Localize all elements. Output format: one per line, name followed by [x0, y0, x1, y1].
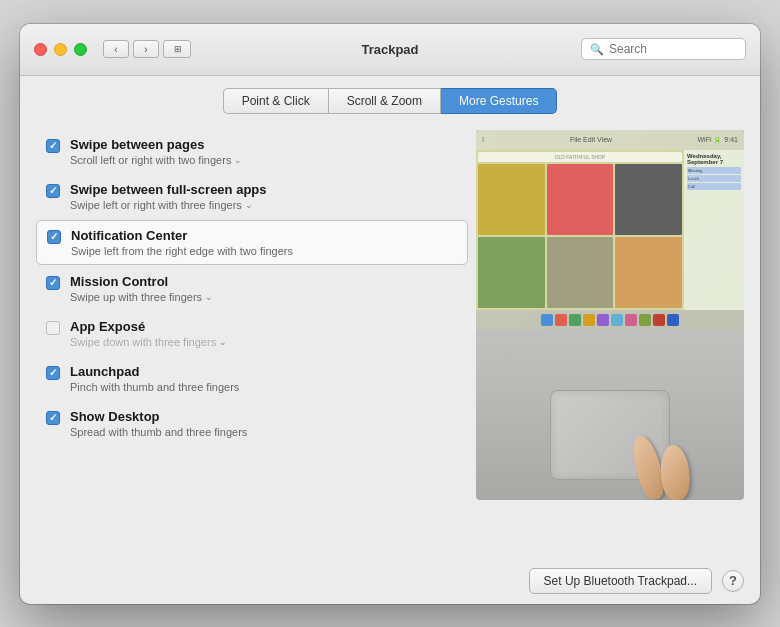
screen-browser: OLD FAITHFUL SHOP — [476, 150, 684, 310]
dock-icon-4 — [583, 314, 595, 326]
chevron-icon: ⌄ — [245, 200, 253, 210]
browser-body — [478, 164, 682, 308]
checkbox-mission-control[interactable] — [46, 276, 60, 290]
setting-title-mission-control: Mission Control — [70, 274, 213, 289]
search-input[interactable] — [609, 42, 737, 56]
product-cell-6 — [615, 237, 682, 308]
setting-title-notification-center: Notification Center — [71, 228, 293, 243]
window-title: Trackpad — [361, 42, 418, 57]
setting-subtitle-app-expose: Swipe down with three fingers ⌄ — [70, 336, 227, 348]
setting-swipe-fullscreen[interactable]: Swipe between full-screen apps Swipe lef… — [36, 175, 468, 218]
checkmark-icon — [49, 367, 57, 378]
setting-text-show-desktop: Show Desktop Spread with thumb and three… — [70, 409, 247, 438]
setting-notification-center[interactable]: Notification Center Swipe left from the … — [36, 220, 468, 265]
product-cell-1 — [478, 164, 545, 235]
tab-more-gestures[interactable]: More Gestures — [441, 88, 557, 114]
checkmark-icon — [50, 231, 58, 242]
setting-app-expose[interactable]: App Exposé Swipe down with three fingers… — [36, 312, 468, 355]
finger-middle — [659, 443, 692, 499]
setting-text-swipe-fullscreen: Swipe between full-screen apps Swipe lef… — [70, 182, 267, 211]
setting-text-mission-control: Mission Control Swipe up with three fing… — [70, 274, 213, 303]
setting-text-notification-center: Notification Center Swipe left from the … — [71, 228, 293, 257]
nav-buttons: ‹ › — [103, 40, 159, 58]
bottom-bar: Set Up Bluetooth Trackpad... ? — [20, 558, 760, 604]
preview-screen:  File Edit View WiFi 🔋 9:41 OLD FAITHFU… — [476, 130, 744, 330]
setting-mission-control[interactable]: Mission Control Swipe up with three fing… — [36, 267, 468, 310]
checkbox-show-desktop[interactable] — [46, 411, 60, 425]
screen-top-bar:  File Edit View WiFi 🔋 9:41 — [476, 130, 744, 150]
sidebar-date: Wednesday, September 7 — [687, 153, 741, 165]
traffic-lights — [34, 43, 87, 56]
grid-button[interactable]: ⊞ — [163, 40, 191, 58]
product-cell-2 — [547, 164, 614, 235]
tabs-bar: Point & Click Scroll & Zoom More Gesture… — [20, 76, 760, 122]
product-grid — [478, 164, 682, 308]
dock-icon-10 — [667, 314, 679, 326]
chevron-icon: ⌄ — [219, 337, 227, 347]
setting-title-swipe-fullscreen: Swipe between full-screen apps — [70, 182, 267, 197]
dock-icon-1 — [541, 314, 553, 326]
settings-list: Swipe between pages Scroll left or right… — [36, 130, 476, 542]
checkbox-launchpad[interactable] — [46, 366, 60, 380]
tab-scroll-zoom[interactable]: Scroll & Zoom — [328, 88, 441, 114]
checkmark-icon — [49, 277, 57, 288]
chevron-icon: ⌄ — [234, 155, 242, 165]
setting-title-show-desktop: Show Desktop — [70, 409, 247, 424]
setting-swipe-pages[interactable]: Swipe between pages Scroll left or right… — [36, 130, 468, 173]
tab-point-click[interactable]: Point & Click — [223, 88, 328, 114]
bluetooth-button[interactable]: Set Up Bluetooth Trackpad... — [529, 568, 712, 594]
checkmark-icon — [49, 140, 57, 151]
browser-bar: OLD FAITHFUL SHOP — [478, 152, 682, 162]
screen-menu-items: File Edit View — [570, 136, 612, 143]
setting-text-launchpad: Launchpad Pinch with thumb and three fin… — [70, 364, 239, 393]
chevron-icon: ⌄ — [205, 292, 213, 302]
forward-button[interactable]: › — [133, 40, 159, 58]
sidebar-event-1: Meeting — [687, 167, 741, 174]
setting-subtitle-swipe-fullscreen: Swipe left or right with three fingers ⌄ — [70, 199, 267, 211]
setting-text-swipe-pages: Swipe between pages Scroll left or right… — [70, 137, 242, 166]
setting-subtitle-launchpad: Pinch with thumb and three fingers — [70, 381, 239, 393]
apple-menu-icon:  — [482, 136, 485, 143]
maximize-button[interactable] — [74, 43, 87, 56]
checkbox-notification-center[interactable] — [47, 230, 61, 244]
setting-title-swipe-pages: Swipe between pages — [70, 137, 242, 152]
browser-url: OLD FAITHFUL SHOP — [555, 154, 606, 160]
search-box[interactable]: 🔍 — [581, 38, 746, 60]
setting-title-launchpad: Launchpad — [70, 364, 239, 379]
screen-content:  File Edit View WiFi 🔋 9:41 OLD FAITHFU… — [476, 130, 744, 330]
setting-show-desktop[interactable]: Show Desktop Spread with thumb and three… — [36, 402, 468, 445]
minimize-button[interactable] — [54, 43, 67, 56]
checkbox-swipe-fullscreen[interactable] — [46, 184, 60, 198]
setting-title-app-expose: App Exposé — [70, 319, 227, 334]
checkbox-app-expose[interactable] — [46, 321, 60, 335]
content-area: Swipe between pages Scroll left or right… — [20, 122, 760, 558]
screen-sidebar: Wednesday, September 7 Meeting Lunch Cal… — [684, 150, 744, 310]
dock-icon-9 — [653, 314, 665, 326]
setting-subtitle-mission-control: Swipe up with three fingers ⌄ — [70, 291, 213, 303]
titlebar: ‹ › ⊞ Trackpad 🔍 — [20, 24, 760, 76]
hand-fingers — [624, 370, 704, 500]
dock-icon-2 — [555, 314, 567, 326]
dock-icon-5 — [597, 314, 609, 326]
sidebar-event-3: Call — [687, 183, 741, 190]
dock-icon-3 — [569, 314, 581, 326]
search-icon: 🔍 — [590, 43, 604, 56]
preview-area:  File Edit View WiFi 🔋 9:41 OLD FAITHFU… — [476, 130, 744, 542]
setting-text-app-expose: App Exposé Swipe down with three fingers… — [70, 319, 227, 348]
screen-status-items: WiFi 🔋 9:41 — [697, 136, 738, 144]
setting-subtitle-swipe-pages: Scroll left or right with two fingers ⌄ — [70, 154, 242, 166]
checkmark-icon — [49, 412, 57, 423]
checkbox-swipe-pages[interactable] — [46, 139, 60, 153]
setting-launchpad[interactable]: Launchpad Pinch with thumb and three fin… — [36, 357, 468, 400]
back-button[interactable]: ‹ — [103, 40, 129, 58]
trackpad-preview — [476, 330, 744, 500]
sidebar-event-2: Lunch — [687, 175, 741, 182]
screen-main: OLD FAITHFUL SHOP — [476, 150, 744, 310]
help-button[interactable]: ? — [722, 570, 744, 592]
close-button[interactable] — [34, 43, 47, 56]
dock-icon-7 — [625, 314, 637, 326]
product-cell-4 — [478, 237, 545, 308]
product-cell-5 — [547, 237, 614, 308]
dock-icon-8 — [639, 314, 651, 326]
setting-subtitle-show-desktop: Spread with thumb and three fingers — [70, 426, 247, 438]
